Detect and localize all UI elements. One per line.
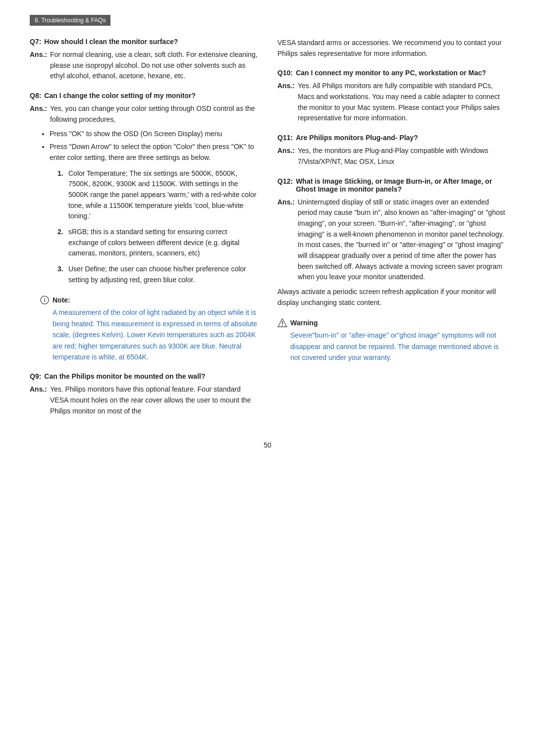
num-1: 1. — [57, 168, 65, 222]
q11-answer: Ans.: Yes, the monitors are Plug-and-Pla… — [277, 146, 505, 167]
q9-continued-text: VESA standard arms or accessories. We re… — [277, 38, 505, 59]
q9-answer: Ans.: Yes. Philips monitors have this op… — [30, 384, 258, 416]
q12-text: What is Image Sticking, or Image Burn-in… — [296, 177, 505, 193]
q7-answer: Ans.: For normal cleaning, use a clean, … — [30, 50, 258, 82]
num-2-text: sRGB; this is a standard setting for ens… — [68, 227, 258, 259]
numbered-item-3: 3. User Define; the user can choose his/… — [57, 264, 258, 285]
numbered-item-1: 1. Color Temperature; The six settings a… — [57, 168, 258, 222]
svg-point-5 — [282, 325, 283, 326]
svg-rect-2 — [44, 300, 45, 302]
q9-answer-label: Ans.: — [30, 384, 47, 395]
q10-question: Q10: Can I connect my monitor to any PC,… — [277, 69, 505, 77]
q12-answer-text: Uninterrupted display of still or static… — [298, 197, 505, 283]
q9-block: Q9: Can the Philips monitor be mounted o… — [30, 372, 258, 416]
q8-answer-intro-text: Yes, you can change your color setting t… — [50, 103, 258, 125]
num-3: 3. — [57, 264, 65, 285]
q8-block: Q8: Can I change the color setting of my… — [30, 92, 258, 285]
numbered-item-2: 2. sRGB; this is a standard setting for … — [57, 227, 258, 259]
q8-text: Can I change the color setting of my mon… — [44, 92, 196, 100]
q11-block: Q11: Are Philips monitors Plug-and- Play… — [277, 134, 505, 167]
q12-block: Q12: What is Image Sticking, or Image Bu… — [277, 177, 505, 308]
q7-answer-text: For normal cleaning, use a clean, soft c… — [50, 50, 258, 82]
q10-answer: Ans.: Yes. All Philips monitors are full… — [277, 81, 505, 124]
num-2: 2. — [57, 227, 65, 259]
q9-label: Q9: — [30, 372, 41, 380]
triangle-warning-icon — [277, 318, 287, 327]
q7-block: Q7: How should I clean the monitor surfa… — [30, 38, 258, 82]
q11-question: Q11: Are Philips monitors Plug-and- Play… — [277, 134, 505, 142]
note-header: Note: — [40, 295, 258, 305]
note-block: Note: A measurement of the color of ligh… — [40, 295, 258, 362]
warning-block: Warning Severe"burn-in" or "after-image"… — [277, 318, 505, 363]
warning-header: Warning — [277, 318, 505, 328]
q12-answer: Ans.: Uninterrupted display of still or … — [277, 197, 505, 283]
warning-label: Warning — [290, 319, 318, 327]
q8-bullet-list: Press "OK" to show the OSD (On Screen Di… — [50, 129, 258, 163]
q8-question: Q8: Can I change the color setting of my… — [30, 92, 258, 100]
q7-label: Q7: — [30, 38, 41, 46]
q7-text: How should I clean the monitor surface? — [44, 38, 178, 46]
q10-text: Can I connect my monitor to any PC, work… — [296, 69, 486, 77]
right-column: VESA standard arms or accessories. We re… — [277, 38, 505, 426]
q8-numbered-list: 1. Color Temperature; The six settings a… — [57, 168, 258, 286]
q12-answer-label: Ans.: — [277, 197, 295, 208]
info-icon — [40, 296, 49, 304]
q7-question: Q7: How should I clean the monitor surfa… — [30, 38, 258, 46]
svg-rect-4 — [282, 321, 283, 324]
page-number: 50 — [30, 441, 505, 449]
q10-block: Q10: Can I connect my monitor to any PC,… — [277, 69, 505, 124]
note-icon — [40, 295, 50, 305]
q11-answer-text: Yes, the monitors are Plug-and-Play comp… — [298, 146, 505, 167]
two-column-layout: Q7: How should I clean the monitor surfa… — [30, 38, 505, 426]
q9-continued-block: VESA standard arms or accessories. We re… — [277, 38, 505, 59]
q11-label: Q11: — [277, 134, 293, 142]
note-text: A measurement of the color of light radi… — [53, 307, 258, 362]
breadcrumb: 8. Troubleshooting & FAQs — [30, 15, 110, 26]
left-column: Q7: How should I clean the monitor surfa… — [30, 38, 258, 426]
q10-answer-text: Yes. All Philips monitors are fully comp… — [298, 81, 505, 124]
q9-question: Q9: Can the Philips monitor be mounted o… — [30, 372, 258, 380]
q12-label: Q12: — [277, 177, 293, 185]
num-3-text: User Define; the user can choose his/her… — [68, 264, 258, 285]
bullet-item-1: Press "OK" to show the OSD (On Screen Di… — [50, 129, 258, 140]
q10-label: Q10: — [277, 69, 293, 77]
num-1-text: Color Temperature; The six settings are … — [68, 168, 258, 222]
q12-question: Q12: What is Image Sticking, or Image Bu… — [277, 177, 505, 193]
q12-answer-para2: Always activate a periodic screen refres… — [277, 287, 505, 308]
q8-answer-label: Ans.: — [30, 103, 47, 114]
warning-icon — [277, 318, 287, 328]
q9-text: Can the Philips monitor be mounted on th… — [44, 372, 205, 380]
q9-answer-text: Yes. Philips monitors have this optional… — [50, 384, 258, 416]
q7-answer-label: Ans.: — [30, 50, 47, 60]
q10-answer-label: Ans.: — [277, 81, 295, 92]
q11-answer-label: Ans.: — [277, 146, 295, 156]
page: 8. Troubleshooting & FAQs Q7: How should… — [0, 0, 535, 756]
note-label: Note: — [53, 296, 70, 304]
bullet-item-2: Press "Down Arrow" to select the option … — [50, 142, 258, 163]
q11-text: Are Philips monitors Plug-and- Play? — [296, 134, 418, 142]
warning-text: Severe"burn-in" or "after-image" or"ghos… — [290, 330, 505, 363]
q8-label: Q8: — [30, 92, 41, 100]
q8-answer-intro: Ans.: Yes, you can change your color set… — [30, 103, 258, 125]
svg-point-1 — [44, 298, 45, 299]
